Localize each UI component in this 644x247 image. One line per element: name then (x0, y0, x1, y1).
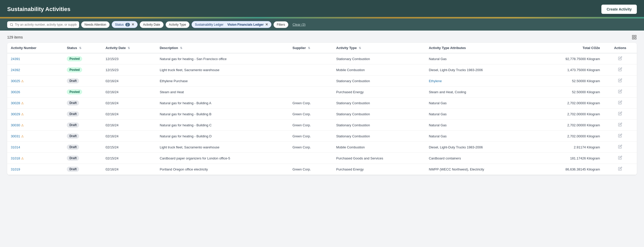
table-row: 30031⚠Draft02/16/24Natural gas for heati… (7, 131, 637, 142)
status-close-icon[interactable]: ✕ (131, 23, 134, 26)
edit-icon[interactable] (618, 57, 622, 61)
cell-supplier: Green Corp. (289, 109, 333, 120)
status-badge: Posted (67, 56, 82, 61)
edit-icon[interactable] (618, 90, 622, 94)
edit-icon[interactable] (618, 145, 622, 149)
svg-rect-3 (635, 35, 636, 37)
status-label: Status (115, 23, 124, 26)
edit-icon[interactable] (618, 79, 622, 83)
cell-description: Natural gas for heating - Building C (156, 120, 289, 131)
cell-activity-date: 02/16/24 (102, 131, 156, 142)
activity-date-chip[interactable]: Activity Date (140, 21, 164, 28)
edit-icon[interactable] (618, 101, 622, 105)
cell-activity-number: 24391 (7, 53, 63, 64)
supplier-sort-icon: ⇅ (308, 46, 310, 50)
activity-number-link[interactable]: 24392 (11, 68, 20, 72)
cell-supplier: Green Corp. (289, 164, 333, 175)
cell-status: Posted (63, 87, 102, 98)
cell-total-co2e: 181.17426 Kilogram (532, 153, 604, 164)
table-row: 30025⚠Draft02/16/24Ethylene PurchaseStat… (7, 75, 637, 87)
ledger-close-icon[interactable]: ✕ (265, 23, 268, 26)
cell-actions (604, 142, 637, 153)
clear-button[interactable]: Clear (3) (290, 21, 308, 28)
grid-view-icon[interactable] (632, 35, 637, 40)
ledger-chip[interactable]: Sustainability Ledger Vision Financials … (192, 21, 271, 28)
col-actions: Actions (604, 43, 637, 53)
activity-number-link[interactable]: 30025 (11, 79, 20, 83)
cell-activity-date: 12/15/23 (102, 64, 156, 75)
status-badge: Draft (67, 122, 79, 128)
cell-actions (604, 64, 637, 75)
table-row: 24391Posted12/15/23Natural gas for heati… (7, 53, 637, 64)
status-badge: Posted (67, 67, 82, 72)
col-activity-date[interactable]: Activity Date ⇅ (102, 43, 156, 53)
cell-supplier (289, 153, 333, 164)
status-badge: Draft (67, 100, 79, 106)
cell-actions (604, 109, 637, 120)
cell-activity-type-attributes: Natural Gas (425, 120, 532, 131)
activity-number-link[interactable]: 31018 (11, 156, 20, 160)
edit-icon[interactable] (618, 123, 622, 127)
attribute-link[interactable]: Ethylene (429, 79, 442, 83)
activity-number-link[interactable]: 30026 (11, 90, 20, 94)
cell-total-co2e: 86,636.38145 Kilogram (532, 164, 604, 175)
cell-activity-date: 02/16/24 (102, 87, 156, 98)
cell-activity-type: Purchased Goods and Services (333, 153, 425, 164)
cell-activity-type-attributes: Diesel, Light-Duty Trucks 1983-2006 (425, 64, 532, 75)
activity-number-link[interactable]: 30030 (11, 123, 20, 127)
filters-chip[interactable]: Filters (273, 21, 289, 28)
cell-total-co2e: 2,702.00000 Kilogram (532, 120, 604, 131)
cell-total-co2e: 92,778.75000 Kilogram (532, 53, 604, 64)
search-input[interactable] (15, 23, 77, 26)
col-description[interactable]: Description ⇅ (156, 43, 289, 53)
col-supplier[interactable]: Supplier ⇅ (289, 43, 333, 53)
edit-icon[interactable] (618, 134, 622, 138)
cell-activity-type: Purchased Energy (333, 164, 425, 175)
table-row: 30030⚠Draft02/16/24Natural gas for heati… (7, 120, 637, 131)
cell-activity-type: Stationary Combustion (333, 53, 425, 64)
cell-activity-type: Stationary Combustion (333, 120, 425, 131)
activity-number-link[interactable]: 30029 (11, 112, 20, 116)
cell-activity-number: 31018⚠ (7, 153, 63, 164)
col-activity-type[interactable]: Activity Type ⇅ (333, 43, 425, 53)
cell-supplier (289, 75, 333, 87)
activity-number-link[interactable]: 31019 (11, 167, 20, 171)
cell-activity-number: 30025⚠ (7, 75, 63, 87)
cell-supplier: Green Corp. (289, 120, 333, 131)
cell-status: Draft (63, 109, 102, 120)
activity-number-link[interactable]: 31014 (11, 145, 20, 149)
edit-icon[interactable] (618, 68, 622, 72)
cell-activity-type-attributes: NWPP (WECC Northwest), Electricity (425, 164, 532, 175)
edit-icon[interactable] (618, 156, 622, 160)
needs-attention-chip[interactable]: Needs Attention (81, 21, 110, 28)
items-count-text: 129 items (7, 35, 23, 39)
warning-icon: ⚠ (21, 79, 24, 83)
cell-description: Steam and Heat (156, 87, 289, 98)
filters-label: Filters (277, 23, 285, 26)
cell-description: Cardboard paper organizers for London of… (156, 153, 289, 164)
edit-icon[interactable] (618, 167, 622, 172)
svg-rect-2 (632, 35, 634, 37)
cell-total-co2e: 2.91174 Kilogram (532, 142, 604, 153)
status-badge: Draft (67, 111, 79, 117)
create-activity-button[interactable]: Create Activity (601, 5, 637, 14)
search-box[interactable] (7, 21, 79, 28)
activity-number-link[interactable]: 30028 (11, 101, 20, 105)
edit-icon[interactable] (618, 112, 622, 116)
cell-activity-number: 31019 (7, 164, 63, 175)
activity-number-link[interactable]: 24391 (11, 57, 20, 61)
activity-number-link[interactable]: 30031 (11, 134, 20, 138)
activity-type-chip[interactable]: Activity Type (166, 21, 190, 28)
table-row: 24392Posted12/15/23Light truck fleet, Sa… (7, 64, 637, 75)
col-status[interactable]: Status ⇅ (63, 43, 102, 53)
cell-activity-number: 30028⚠ (7, 98, 63, 109)
cell-actions (604, 164, 637, 175)
table-body: 24391Posted12/15/23Natural gas for heati… (7, 53, 637, 175)
cell-status: Draft (63, 142, 102, 153)
cell-description: Natural gas for heating - Building A (156, 98, 289, 109)
cell-activity-date: 02/15/24 (102, 153, 156, 164)
status-chip[interactable]: Status 2 ✕ (112, 21, 138, 28)
cell-total-co2e: 1,473.75000 Kilogram (532, 64, 604, 75)
cell-supplier: Green Corp. (289, 131, 333, 142)
cell-total-co2e: 52.50000 Kilogram (532, 87, 604, 98)
